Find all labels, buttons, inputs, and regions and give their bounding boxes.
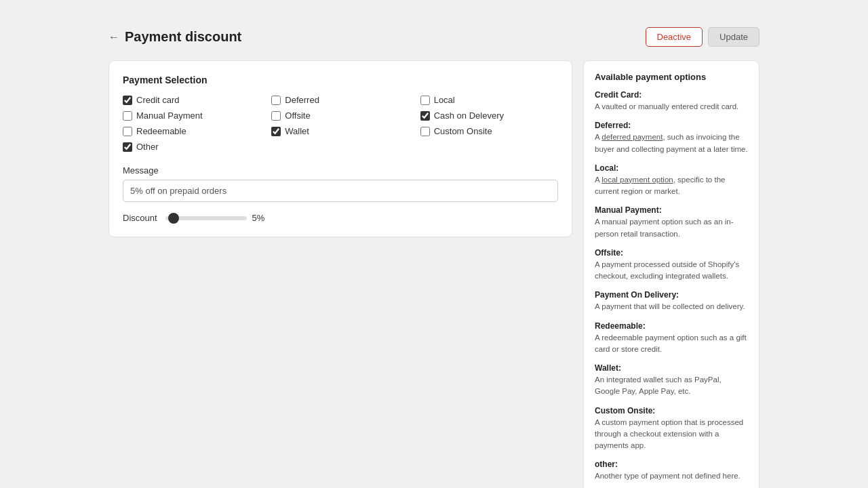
- discount-section: Discount 5%: [123, 213, 558, 223]
- checkbox-manual-payment-input[interactable]: [123, 111, 132, 121]
- page-header-left: ← Payment discount: [108, 29, 241, 45]
- checkbox-local-input[interactable]: [420, 96, 430, 105]
- header-buttons: Deactive Update: [646, 27, 760, 47]
- message-section: Message: [123, 165, 558, 202]
- checkbox-credit-card-label: Credit card: [136, 95, 180, 105]
- payment-info-other-desc: Another type of payment not defined here…: [595, 470, 748, 482]
- checkbox-redeemable-label: Redeemable: [136, 126, 186, 136]
- slider-value: 5%: [252, 213, 265, 223]
- payment-info-other: other: Another type of payment not defin…: [595, 460, 748, 482]
- slider-track: [165, 216, 247, 220]
- checkbox-cash-on-delivery-label: Cash on Delevery: [434, 110, 504, 121]
- checkbox-local[interactable]: Local: [420, 95, 558, 105]
- page-title: Payment discount: [125, 29, 241, 45]
- checkbox-wallet-label: Wallet: [285, 126, 309, 136]
- payment-info-offsite: Offsite: A payment processed outside of …: [595, 248, 748, 283]
- payment-info-redeemable-name: Redeemable:: [595, 321, 748, 331]
- checkbox-custom-onsite-input[interactable]: [420, 127, 430, 136]
- checkbox-cash-on-delivery-input[interactable]: [420, 111, 430, 121]
- right-panel: Available payment options Credit Card: A…: [583, 60, 760, 488]
- checkbox-offsite[interactable]: Offsite: [271, 110, 409, 121]
- checkbox-redeemable-input[interactable]: [123, 127, 132, 136]
- header-deactive-button[interactable]: Deactive: [646, 27, 703, 47]
- checkbox-custom-onsite-label: Custom Onsite: [434, 126, 492, 136]
- payment-info-custom-onsite-name: Custom Onsite:: [595, 406, 748, 415]
- checkbox-custom-onsite[interactable]: Custom Onsite: [420, 126, 558, 136]
- payment-info-credit-card: Credit Card: A vaulted or manually enter…: [595, 90, 748, 113]
- checkbox-credit-card[interactable]: Credit card: [123, 95, 260, 105]
- payment-info-deferred: Deferred: A deferred payment, such as in…: [595, 121, 748, 155]
- checkbox-other-label: Other: [136, 142, 159, 152]
- right-section-title: Available payment options: [595, 72, 748, 82]
- payment-info-manual-desc: A manual payment option such as an in-pe…: [595, 216, 748, 240]
- checkbox-redeemable[interactable]: Redeemable: [123, 126, 260, 136]
- payment-info-wallet-desc: An integrated wallet such as PayPal, Goo…: [595, 374, 748, 398]
- payment-info-pod-name: Payment On Delivery:: [595, 290, 748, 300]
- slider-thumb[interactable]: [168, 213, 179, 224]
- payment-info-local-name: Local:: [595, 163, 748, 173]
- payment-info-wallet: Wallet: An integrated wallet such as Pay…: [595, 363, 748, 398]
- payment-info-pod: Payment On Delivery: A payment that will…: [595, 290, 748, 312]
- checkbox-offsite-label: Offsite: [285, 110, 310, 121]
- payment-info-offsite-desc: A payment processed outside of Shopify's…: [595, 259, 748, 283]
- content-area: ← Payment discount Deactive Update Payme…: [108, 27, 760, 488]
- local-link[interactable]: local payment option: [601, 176, 673, 184]
- checkbox-local-label: Local: [434, 95, 455, 105]
- payment-info-redeemable-desc: A redeemable payment option such as a gi…: [595, 332, 748, 356]
- payment-info-local-desc: A local payment option, specific to the …: [595, 174, 748, 198]
- message-input[interactable]: [123, 180, 558, 202]
- checkbox-wallet-input[interactable]: [271, 127, 281, 136]
- payment-info-custom-onsite-desc: A custom payment option that is processe…: [595, 417, 748, 452]
- payment-info-other-name: other:: [595, 460, 748, 469]
- payment-info-local: Local: A local payment option, specific …: [595, 163, 748, 198]
- page-header: ← Payment discount Deactive Update: [108, 27, 760, 47]
- checkbox-credit-card-input[interactable]: [123, 96, 132, 105]
- back-arrow[interactable]: ←: [108, 31, 119, 43]
- payment-info-custom-onsite: Custom Onsite: A custom payment option t…: [595, 406, 748, 452]
- checkbox-wallet[interactable]: Wallet: [271, 126, 409, 136]
- page-wrapper: ← Payment discount Deactive Update Payme…: [0, 0, 868, 488]
- checkbox-manual-payment-label: Manual Payment: [136, 110, 203, 121]
- payment-info-wallet-name: Wallet:: [595, 363, 748, 373]
- payment-info-credit-card-name: Credit Card:: [595, 90, 748, 100]
- checkbox-manual-payment[interactable]: Manual Payment: [123, 110, 260, 121]
- payment-options-grid: Credit card Deferred Local Manual Paymen…: [123, 95, 558, 152]
- checkbox-deferred-label: Deferred: [285, 95, 319, 105]
- payment-info-pod-desc: A payment that will be collected on deli…: [595, 301, 748, 312]
- payment-selection-title: Payment Selection: [123, 75, 558, 85]
- payment-info-credit-card-desc: A vaulted or manually entered credit car…: [595, 101, 748, 113]
- payment-info-deferred-name: Deferred:: [595, 121, 748, 130]
- discount-label: Discount: [123, 213, 157, 223]
- payment-info-manual: Manual Payment: A manual payment option …: [595, 205, 748, 240]
- payment-info-deferred-desc: A deferred payment, such as invoicing th…: [595, 131, 748, 155]
- payment-info-redeemable: Redeemable: A redeemable payment option …: [595, 321, 748, 356]
- checkbox-offsite-input[interactable]: [271, 111, 281, 121]
- deferred-link[interactable]: deferred payment: [601, 133, 663, 141]
- header-update-button[interactable]: Update: [708, 27, 760, 47]
- payment-info-manual-name: Manual Payment:: [595, 205, 748, 215]
- slider-container: 5%: [165, 213, 265, 223]
- checkbox-deferred[interactable]: Deferred: [271, 95, 409, 105]
- payment-info-offsite-name: Offsite:: [595, 248, 748, 258]
- message-label: Message: [123, 165, 558, 176]
- left-panel: Payment Selection Credit card Deferred L…: [108, 60, 572, 237]
- checkbox-other-input[interactable]: [123, 142, 132, 152]
- main-content: Payment Selection Credit card Deferred L…: [108, 60, 760, 488]
- checkbox-deferred-input[interactable]: [271, 96, 281, 105]
- checkbox-cash-on-delivery[interactable]: Cash on Delevery: [420, 110, 558, 121]
- checkbox-other[interactable]: Other: [123, 142, 260, 152]
